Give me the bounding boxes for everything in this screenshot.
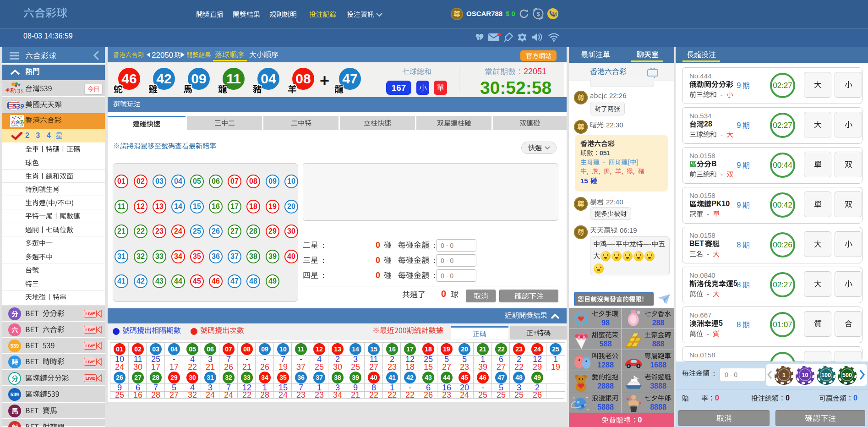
svg-text:539: 539 (13, 87, 23, 95)
svg-text:10: 10 (802, 372, 808, 378)
svg-text:MARK SIX: MARK SIX (11, 124, 24, 127)
svg-text:100: 100 (821, 372, 831, 378)
svg-text:539: 539 (12, 102, 24, 110)
svg-text:500: 500 (842, 372, 852, 378)
svg-text:1: 1 (782, 372, 786, 378)
svg-text:$: $ (536, 11, 540, 17)
svg-text:24: 24 (551, 12, 557, 17)
